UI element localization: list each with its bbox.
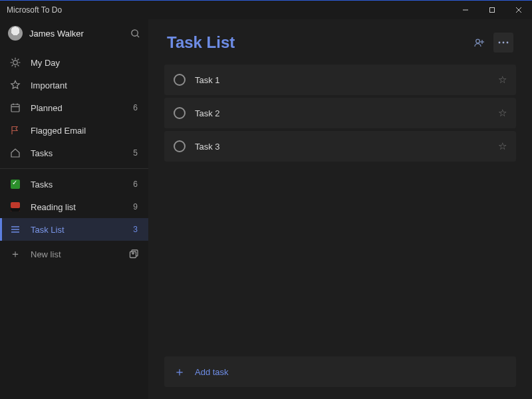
sidebar-item-label: My Day [31, 58, 128, 68]
svg-line-14 [18, 59, 19, 60]
svg-line-13 [12, 65, 13, 66]
sidebar-item-count: 9 [133, 202, 139, 211]
new-list[interactable]: ＋ New list [0, 241, 148, 267]
svg-point-4 [132, 29, 138, 35]
task-row[interactable]: Task 3 ☆ [164, 131, 516, 162]
sidebar-item-flagged[interactable]: Flagged Email [0, 119, 148, 142]
complete-circle-icon[interactable] [174, 107, 186, 119]
svg-line-11 [12, 59, 13, 60]
star-icon[interactable]: ☆ [498, 74, 507, 86]
sidebar-item-myday[interactable]: My Day [0, 51, 148, 74]
add-task[interactable]: ＋ Add task [164, 356, 516, 387]
plus-icon: ＋ [174, 364, 186, 380]
title-bar: Microsoft To Do [0, 1, 532, 19]
minimize-button[interactable] [452, 1, 479, 19]
sidebar-item-label: Task List [31, 225, 124, 235]
sidebar-item-label: Tasks [31, 180, 124, 190]
complete-circle-icon[interactable] [174, 140, 186, 152]
avatar [8, 26, 23, 41]
main-panel: Task List Task 1 ☆ Task 2 ☆ Task 3 [148, 19, 532, 399]
flag-icon [9, 125, 21, 136]
task-row[interactable]: Task 2 ☆ [164, 98, 516, 128]
svg-line-5 [137, 35, 139, 37]
sidebar-list-tasklist[interactable]: Task List 3 [0, 218, 148, 241]
sidebar-item-label: Important [31, 80, 128, 90]
share-button[interactable] [469, 33, 489, 53]
divider [0, 168, 148, 169]
list-color-icon [9, 202, 21, 211]
svg-point-29 [503, 42, 505, 44]
sidebar-item-count: 3 [133, 225, 139, 234]
list-options-button[interactable] [493, 33, 513, 53]
close-button[interactable] [505, 1, 532, 19]
sidebar: James Walker My Day Important [0, 19, 148, 399]
svg-point-25 [476, 39, 480, 43]
sidebar-item-count: 6 [133, 180, 139, 189]
star-icon[interactable]: ☆ [498, 107, 507, 119]
list-icon [9, 224, 21, 235]
sun-icon [9, 57, 21, 68]
sidebar-item-label: Tasks [31, 148, 124, 158]
svg-point-30 [507, 42, 509, 44]
sidebar-item-label: Flagged Email [31, 126, 128, 136]
task-label: Task 2 [195, 108, 489, 118]
sidebar-item-count: 5 [133, 148, 139, 158]
sidebar-list-reading[interactable]: Reading list 9 [0, 196, 148, 218]
sidebar-list-tasks[interactable]: Tasks 6 [0, 173, 148, 196]
sidebar-item-count: 6 [133, 103, 139, 112]
svg-point-28 [499, 42, 501, 44]
page-title[interactable]: Task List [167, 33, 466, 52]
svg-line-12 [18, 65, 19, 66]
calendar-icon [9, 102, 21, 113]
star-icon [9, 80, 21, 90]
sidebar-item-label: Planned [31, 103, 124, 113]
main-header: Task List [148, 19, 532, 59]
search-icon[interactable] [130, 29, 140, 39]
add-task-label: Add task [195, 367, 229, 377]
plus-icon: ＋ [9, 247, 21, 261]
home-icon [9, 148, 21, 158]
star-icon[interactable]: ☆ [498, 140, 507, 152]
sidebar-item-tasks[interactable]: Tasks 5 [0, 142, 148, 164]
user-name: James Walker [29, 29, 124, 39]
sidebar-item-important[interactable]: Important [0, 74, 148, 96]
new-group-icon[interactable] [128, 249, 139, 259]
sidebar-item-planned[interactable]: Planned 6 [0, 96, 148, 119]
tasks-container: Task 1 ☆ Task 2 ☆ Task 3 ☆ [148, 59, 532, 163]
maximize-button[interactable] [479, 1, 505, 19]
svg-point-6 [13, 61, 17, 65]
window-controls [452, 1, 532, 19]
svg-rect-1 [490, 8, 495, 13]
task-label: Task 3 [195, 142, 489, 152]
svg-rect-15 [11, 104, 19, 112]
app-title: Microsoft To Do [7, 5, 62, 15]
complete-circle-icon[interactable] [174, 74, 186, 86]
task-row[interactable]: Task 1 ☆ [164, 65, 516, 95]
sidebar-item-label: Reading list [31, 202, 124, 212]
new-list-label: New list [31, 249, 119, 259]
task-label: Task 1 [195, 75, 489, 85]
profile[interactable]: James Walker [0, 19, 148, 47]
list-color-icon [9, 180, 21, 189]
